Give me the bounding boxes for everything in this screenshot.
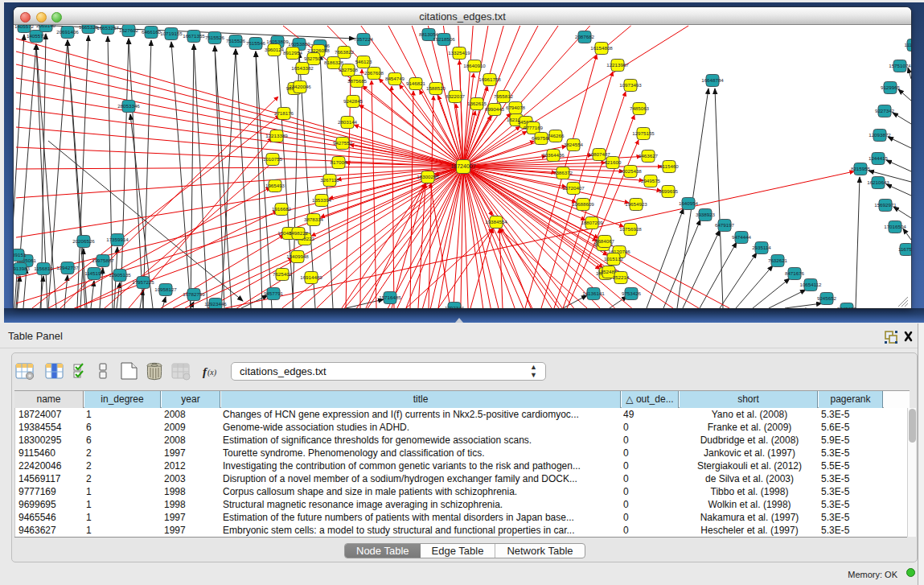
svg-text:1588520: 1588520 (426, 85, 446, 91)
svg-text:7625402: 7625402 (273, 271, 293, 277)
svg-text:9474444: 9474444 (732, 234, 752, 240)
svg-text:9146821: 9146821 (406, 80, 426, 86)
svg-text:13325419: 13325419 (448, 50, 470, 56)
svg-text:1117433: 1117433 (904, 42, 911, 47)
svg-text:9227342: 9227342 (875, 108, 895, 113)
svg-text:1362615: 1362615 (467, 101, 487, 106)
svg-text:23420046: 23420046 (289, 84, 311, 89)
svg-text:1405572: 1405572 (27, 33, 47, 39)
svg-text:12942737: 12942737 (56, 265, 79, 270)
svg-text:8215955: 8215955 (851, 166, 871, 171)
svg-text:12213967: 12213967 (606, 62, 629, 68)
svg-text:10719155: 10719155 (160, 31, 183, 36)
svg-text:18640910: 18640910 (463, 63, 486, 68)
svg-text:8471676: 8471676 (785, 270, 805, 276)
svg-text:7515526: 7515526 (226, 38, 246, 43)
svg-text:18807209: 18807209 (581, 220, 603, 225)
svg-text:2087682: 2087682 (575, 34, 595, 39)
svg-text:817004: 817004 (331, 159, 347, 165)
svg-text:10756928: 10756928 (619, 226, 642, 232)
svg-text:7663822: 7663822 (335, 49, 355, 55)
svg-text:12975155: 12975155 (632, 130, 655, 136)
svg-text:10958127: 10958127 (154, 286, 177, 292)
svg-text:16053809: 16053809 (288, 41, 310, 47)
svg-text:3267110: 3267110 (320, 177, 339, 183)
svg-text:2718176: 2718176 (274, 110, 294, 116)
svg-text:15692971: 15692971 (874, 202, 897, 208)
svg-text:9463627: 9463627 (639, 153, 659, 159)
svg-text:2803144: 2803144 (338, 119, 358, 125)
svg-text:6479197: 6479197 (715, 222, 735, 228)
svg-text:3875685: 3875685 (347, 78, 368, 84)
svg-text:10807487: 10807487 (588, 151, 610, 157)
svg-text:8322037: 8322037 (446, 93, 466, 99)
svg-text:18300295: 18300295 (417, 174, 439, 179)
svg-text:2949575: 2949575 (641, 178, 661, 183)
svg-text:19975887: 19975887 (92, 257, 114, 263)
svg-text:14136141: 14136141 (582, 290, 605, 296)
svg-text:3878334: 3878334 (304, 216, 324, 222)
svg-text:17016504: 17016504 (884, 224, 906, 229)
svg-text:16961758: 16961758 (478, 76, 501, 82)
svg-text:1527602: 1527602 (119, 27, 139, 33)
svg-text:9245652: 9245652 (837, 306, 857, 308)
svg-text:1015132: 1015132 (604, 256, 624, 262)
svg-text:746266: 746266 (548, 133, 565, 138)
svg-text:2069140: 2069140 (36, 25, 56, 28)
svg-text:16648784: 16648784 (701, 77, 724, 83)
svg-text:1353394: 1353394 (312, 197, 332, 203)
svg-text:20364436: 20364436 (542, 152, 565, 158)
svg-text:9457791: 9457791 (264, 290, 284, 296)
svg-text:16210643: 16210643 (867, 179, 889, 185)
svg-text:15716485: 15716485 (379, 295, 401, 300)
svg-text:15409948: 15409948 (286, 253, 309, 259)
svg-text:1916682: 1916682 (272, 206, 292, 212)
svg-text:18724007: 18724007 (450, 163, 475, 169)
svg-text:28053346: 28053346 (117, 103, 140, 109)
svg-text:621600: 621600 (605, 159, 622, 165)
svg-text:1292344: 1292344 (445, 305, 465, 308)
svg-text:17359914: 17359914 (106, 237, 129, 242)
svg-text:7515546: 7515546 (246, 40, 266, 46)
svg-text:10973493: 10973493 (619, 82, 642, 88)
svg-text:6794078: 6794078 (506, 105, 526, 110)
svg-text:1665325: 1665325 (79, 25, 99, 30)
svg-text:9427552: 9427552 (333, 140, 353, 146)
svg-text:10025438: 10025438 (619, 168, 642, 174)
svg-text:7955812: 7955812 (494, 93, 514, 99)
svg-text:1010755: 1010755 (263, 156, 283, 162)
svg-text:16671355: 16671355 (183, 33, 205, 39)
svg-text:16543382: 16543382 (291, 65, 314, 71)
svg-text:16154808: 16154808 (590, 45, 613, 51)
svg-text:19654923: 19654923 (625, 201, 647, 207)
svg-text:9684067: 9684067 (595, 238, 615, 244)
svg-text:116753: 116753 (898, 246, 911, 252)
svg-text:9245652: 9245652 (817, 295, 837, 301)
svg-text:20206526: 20206526 (72, 238, 95, 244)
svg-text:9115460: 9115460 (659, 163, 679, 169)
svg-text:12093872: 12093872 (869, 132, 891, 138)
svg-text:17957225: 17957225 (132, 279, 154, 285)
svg-text:9699695: 9699695 (659, 188, 679, 194)
svg-text:3960124: 3960124 (265, 47, 285, 52)
svg-text:7386372: 7386372 (553, 170, 573, 175)
svg-text:9242845: 9242845 (343, 98, 363, 104)
svg-text:8186328: 8186328 (324, 60, 344, 65)
svg-text:15751074: 15751074 (889, 63, 911, 68)
svg-text:10654112: 10654112 (799, 282, 822, 287)
svg-text:2935114: 2935114 (752, 245, 771, 250)
svg-text:(x): (x) (207, 368, 217, 377)
svg-text:7515526: 7515526 (205, 35, 225, 40)
svg-text:12923446: 12923446 (204, 301, 227, 307)
svg-text:1640954: 1640954 (679, 200, 699, 206)
svg-text:546123: 546123 (355, 59, 372, 64)
svg-text:939151: 939151 (14, 252, 27, 257)
svg-text:9753426: 9753426 (622, 290, 642, 296)
svg-text:252214: 252214 (613, 274, 630, 280)
svg-text:16653257: 16653257 (97, 25, 119, 31)
svg-text:7485063: 7485063 (630, 105, 650, 111)
svg-text:9327508: 9327508 (339, 67, 359, 72)
svg-text:7357224: 7357224 (354, 36, 374, 42)
svg-text:16782759: 16782759 (183, 291, 205, 297)
svg-text:2367608: 2367608 (364, 70, 384, 76)
